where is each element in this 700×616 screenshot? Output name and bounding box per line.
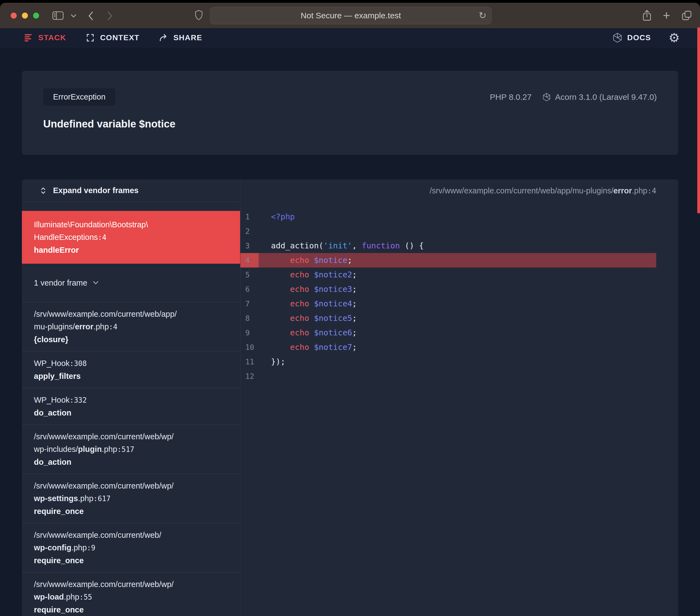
stack-frame[interactable]: /srv/www/example.com/current/web/wp-conf… [22, 523, 240, 572]
stack-frame[interactable]: WP_Hook:332do_action [22, 388, 240, 425]
line-number: 12 [240, 369, 259, 383]
line-number: 1 [240, 210, 259, 224]
stack-frame[interactable]: /srv/www/example.com/current/web/wp/wp-s… [22, 474, 240, 523]
tab-context-label: CONTEXT [100, 33, 139, 42]
browser-toolbar: Not Secure — example.test ↻ + [0, 3, 700, 28]
environment-meta: PHP 8.0.27 Acorn 3.1.0 (Laravel 9.47.0) [490, 93, 657, 102]
code-line: 10 echo $notice7; [240, 340, 656, 355]
settings-gear-icon[interactable]: ⚙ [668, 32, 680, 44]
line-number: 3 [240, 238, 259, 253]
line-number: 9 [240, 325, 259, 340]
docs-link[interactable]: DOCS [612, 33, 651, 43]
reload-icon[interactable]: ↻ [479, 9, 487, 22]
stack-frames: Illuminate\Foundation\Bootstrap\HandleEx… [22, 202, 240, 616]
vendor-frames-toggle[interactable]: 1 vendor frame [22, 264, 240, 302]
code-line: 1<?php [240, 210, 656, 224]
php-version: PHP 8.0.27 [490, 93, 532, 102]
back-button-icon[interactable] [88, 10, 94, 21]
code-line: 8 echo $notice5; [240, 311, 656, 325]
stack-frame[interactable]: /srv/www/example.com/current/web/wp/wp-l… [22, 572, 240, 616]
stack-frame[interactable]: WP_Hook:308apply_filters [22, 352, 240, 388]
line-number: 10 [240, 340, 259, 355]
unfold-icon [40, 187, 47, 195]
frame-method: require_once [34, 603, 228, 616]
code-panel: 1<?php23add_action('init', function () {… [240, 202, 678, 616]
code-file-header: /srv/www/example.com/current/web/app/mu-… [240, 180, 678, 202]
screenshot-stage: Not Secure — example.test ↻ + [0, 0, 700, 616]
code-line: 2 [240, 224, 656, 238]
line-number: 7 [240, 296, 259, 311]
code-line: 9 echo $notice6; [240, 325, 656, 340]
code-line: 7 echo $notice4; [240, 296, 656, 311]
line-number: 6 [240, 282, 259, 296]
tab-stack-label: STACK [38, 33, 66, 42]
tab-context[interactable]: CONTEXT [86, 33, 139, 42]
code-line: 3add_action('init', function () { [240, 238, 656, 253]
frame-method: require_once [34, 554, 228, 567]
frame-method: apply_filters [34, 370, 228, 382]
frame-method: do_action [34, 406, 228, 419]
exception-class-badge: ErrorException [43, 88, 115, 106]
file-path-line: :4 [647, 187, 656, 195]
address-bar-text: Not Secure — example.test [301, 11, 401, 20]
exception-message: Undefined variable $notice [43, 118, 657, 130]
sidebar-chevron-icon[interactable] [71, 14, 77, 18]
stack-trace-card: Expand vendor frames /srv/www/example.co… [22, 180, 678, 616]
privacy-shield-icon[interactable] [195, 10, 203, 21]
line-number: 5 [240, 268, 259, 282]
expand-vendor-frames-label: Expand vendor frames [53, 186, 139, 195]
expand-vendor-frames-button[interactable]: Expand vendor frames [22, 180, 240, 202]
code-line: 11}); [240, 355, 656, 369]
exception-card: ErrorException PHP 8.0.27 Acorn 3.1.0 (L… [22, 71, 678, 155]
share-arrow-icon [159, 34, 168, 42]
frame-method: do_action [34, 456, 228, 468]
new-tab-icon[interactable]: + [663, 10, 670, 21]
file-path-name: error [613, 186, 632, 195]
frame-method: require_once [34, 505, 228, 518]
chevron-down-icon [93, 281, 99, 285]
line-number: 11 [240, 355, 259, 369]
window-close-button[interactable] [11, 13, 17, 19]
stack-frame[interactable]: /srv/www/example.com/current/web/app/mu-… [22, 302, 240, 352]
share-page-icon[interactable] [642, 10, 652, 22]
framework-version: Acorn 3.1.0 (Laravel 9.47.0) [555, 93, 657, 102]
frame-method: handleError [34, 244, 228, 256]
file-path-prefix: /srv/www/example.com/current/web/app/mu-… [429, 186, 613, 195]
file-path-ext: .php [632, 186, 647, 195]
stack-icon [25, 34, 33, 41]
scrollbar-thumb[interactable] [697, 27, 700, 213]
stack-frame[interactable]: /srv/www/example.com/current/web/wp/wp-i… [22, 425, 240, 474]
context-icon [86, 33, 95, 42]
code-line: 6 echo $notice3; [240, 282, 656, 296]
docs-label: DOCS [627, 33, 651, 42]
line-number: 8 [240, 311, 259, 325]
tab-stack[interactable]: STACK [25, 33, 66, 42]
frame-method: {closure} [34, 333, 228, 346]
tab-overview-icon[interactable] [682, 10, 692, 21]
forward-button-icon[interactable] [107, 10, 113, 21]
code-line: 5 echo $notice2; [240, 268, 656, 282]
window-zoom-button[interactable] [33, 13, 39, 19]
laravel-logo-icon [612, 33, 622, 43]
code-line-highlighted: 4 echo $notice; [240, 253, 656, 268]
code-line: 12 [240, 369, 656, 383]
line-number: 2 [240, 224, 259, 238]
vendor-frames-label: 1 vendor frame [34, 276, 87, 289]
code-lines: 1<?php23add_action('init', function () {… [240, 210, 656, 383]
sidebar-toggle-icon[interactable] [52, 11, 64, 21]
address-bar[interactable]: Not Secure — example.test ↻ [210, 7, 492, 24]
navbar-right: DOCS ⚙ [612, 32, 680, 44]
laravel-logo-icon-small [542, 93, 551, 101]
tab-share-label: SHARE [173, 33, 202, 42]
ignition-navbar: STACK CONTEXT SHARE [0, 28, 700, 47]
window-minimize-button[interactable] [22, 13, 28, 19]
browser-window: Not Secure — example.test ↻ + [0, 3, 700, 616]
tab-share[interactable]: SHARE [159, 33, 202, 42]
stack-frame-active[interactable]: Illuminate\Foundation\Bootstrap\HandleEx… [22, 211, 240, 264]
line-number: 4 [240, 253, 259, 268]
